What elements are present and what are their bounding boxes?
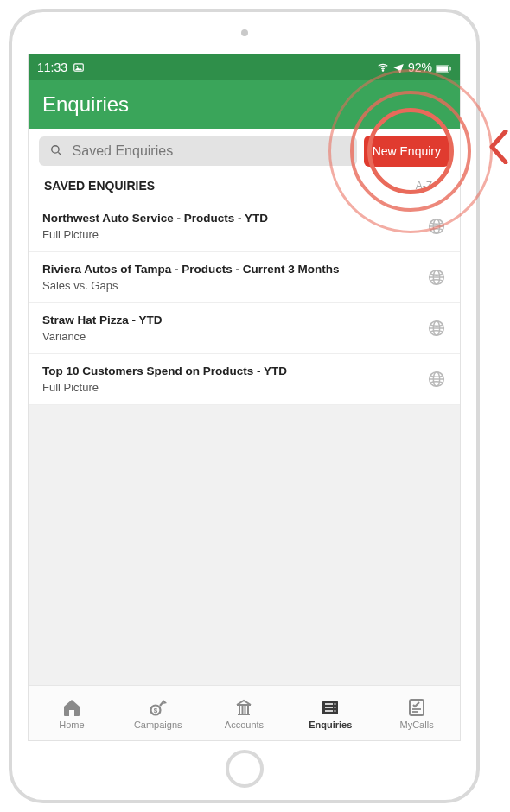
svg-rect-5 bbox=[437, 66, 448, 71]
globe-icon bbox=[427, 370, 446, 389]
enquiry-title: Northwest Auto Service - Products - YTD bbox=[42, 212, 417, 225]
enquiry-subtitle: Variance bbox=[42, 330, 417, 343]
nav-label: Home bbox=[59, 720, 84, 730]
nav-mycalls[interactable]: MyCalls bbox=[373, 686, 460, 740]
status-time: 11:33 bbox=[37, 60, 67, 74]
app-header: Enquiries bbox=[29, 80, 460, 129]
nav-home[interactable]: Home bbox=[29, 686, 115, 740]
tablet-home-button[interactable] bbox=[226, 750, 264, 788]
enquiry-subtitle: Full Picture bbox=[42, 228, 417, 241]
section-title: SAVED ENQUIRIES bbox=[44, 179, 155, 193]
home-icon bbox=[61, 697, 82, 718]
wifi-icon bbox=[377, 61, 389, 73]
accounts-icon bbox=[233, 697, 254, 718]
globe-icon bbox=[427, 319, 446, 338]
nav-enquiries[interactable]: Enquiries bbox=[287, 686, 373, 740]
enquiries-icon bbox=[320, 697, 341, 718]
pointer-arrow-icon bbox=[488, 130, 509, 168]
nav-label: Accounts bbox=[225, 720, 264, 730]
mycalls-icon bbox=[406, 697, 427, 718]
tablet-camera-dot bbox=[241, 29, 248, 36]
enquiry-row[interactable]: Northwest Auto Service - Products - YTDF… bbox=[29, 201, 460, 252]
sort-toggle[interactable]: A-Z bbox=[416, 180, 444, 192]
picture-icon bbox=[73, 61, 85, 73]
bottom-nav: HomeCampaignsAccountsEnquiriesMyCalls bbox=[29, 685, 460, 740]
globe-icon bbox=[427, 217, 446, 236]
search-box[interactable] bbox=[39, 136, 357, 166]
svg-point-6 bbox=[52, 146, 59, 153]
page-title: Enquiries bbox=[42, 92, 129, 116]
nav-label: MyCalls bbox=[400, 720, 434, 730]
enquiries-list: Northwest Auto Service - Products - YTDF… bbox=[29, 201, 460, 685]
section-header: SAVED ENQUIRIES A-Z bbox=[29, 174, 460, 201]
enquiry-title: Riviera Autos of Tampa - Products - Curr… bbox=[42, 263, 417, 276]
new-enquiry-button[interactable]: New Enquiry bbox=[364, 136, 449, 167]
app-screen: 11:33 92% bbox=[28, 54, 461, 741]
battery-icon bbox=[436, 61, 451, 73]
nav-campaigns[interactable]: Campaigns bbox=[115, 686, 201, 740]
enquiry-subtitle: Sales vs. Gaps bbox=[42, 279, 417, 292]
tablet-frame: 11:33 92% bbox=[9, 9, 480, 803]
search-input[interactable] bbox=[73, 143, 347, 159]
search-icon bbox=[49, 143, 64, 159]
enquiry-title: Straw Hat Pizza - YTD bbox=[42, 314, 417, 327]
nav-label: Enquiries bbox=[309, 720, 352, 730]
airplane-icon bbox=[392, 61, 405, 73]
svg-rect-4 bbox=[449, 67, 450, 71]
svg-point-1 bbox=[76, 66, 78, 67]
campaigns-icon bbox=[148, 697, 169, 718]
enquiry-title: Top 10 Customers Spend on Products - YTD bbox=[42, 365, 417, 377]
search-row: New Enquiry bbox=[29, 129, 460, 174]
nav-accounts[interactable]: Accounts bbox=[201, 686, 288, 740]
status-bar: 11:33 92% bbox=[29, 54, 460, 80]
svg-point-2 bbox=[382, 70, 383, 71]
svg-line-7 bbox=[58, 152, 61, 155]
enquiry-row[interactable]: Riviera Autos of Tampa - Products - Curr… bbox=[29, 252, 460, 303]
status-battery-text: 92% bbox=[408, 60, 432, 74]
globe-icon bbox=[427, 268, 446, 287]
enquiry-row[interactable]: Straw Hat Pizza - YTDVariance bbox=[29, 303, 460, 354]
nav-label: Campaigns bbox=[134, 720, 182, 730]
enquiry-row[interactable]: Top 10 Customers Spend on Products - YTD… bbox=[29, 354, 460, 405]
enquiry-subtitle: Full Picture bbox=[42, 381, 417, 394]
